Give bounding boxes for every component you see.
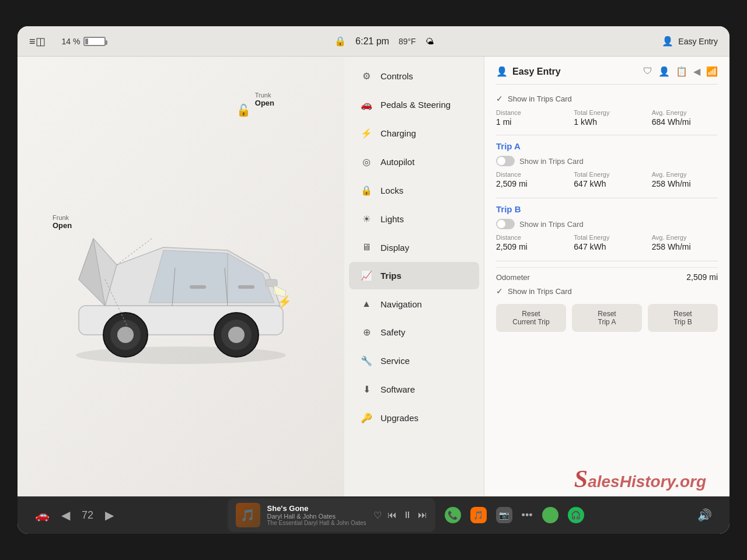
current-trip-stats: Distance 1 mi Total Energy 1 kWh Avg. En…	[496, 109, 718, 127]
current-avg-label: Avg. Energy	[652, 109, 718, 116]
lights-label: Lights	[381, 214, 404, 224]
checkmark-current: ✓	[496, 94, 503, 103]
autopilot-icon: ◎	[361, 156, 372, 167]
trunk-title: Trunk	[255, 92, 274, 99]
trip-b-avg-label: Avg. Energy	[652, 234, 718, 241]
trip-a-energy-value: 647 kWh	[574, 179, 640, 188]
battery-bar	[83, 37, 106, 46]
safety-label: Safety	[381, 327, 406, 337]
icon-3[interactable]: 📋	[676, 66, 687, 77]
taskbar: 🚗 ◀ 72 ▶ 🎵 She's Gone Daryl Hall & John …	[18, 496, 729, 534]
current-distance-value: 1 mi	[496, 117, 562, 127]
trip-a-energy: Total Energy 647 kWh	[574, 171, 640, 188]
trip-b-stats: Distance 2,509 mi Total Energy 647 kWh A…	[496, 234, 718, 251]
trip-b-show-label: Show in Trips Card	[519, 220, 584, 229]
software-label: Software	[381, 384, 415, 394]
current-avg: Avg. Energy 684 Wh/mi	[652, 109, 718, 127]
song-album: The Essential Daryl Hall & John Oates	[267, 520, 366, 526]
camera-icon[interactable]: 📷	[496, 507, 512, 523]
trip-a-avg: Avg. Energy 258 Wh/mi	[652, 171, 718, 188]
more-icon[interactable]: •••	[522, 509, 533, 522]
reset-buttons: ResetCurrent Trip ResetTrip A ResetTrip …	[496, 304, 718, 332]
pedals-label: Pedals & Steering	[381, 100, 451, 110]
trip-a-section: Trip A Show in Trips Card Distance 2,509…	[496, 141, 718, 188]
audio-icon[interactable]: 🎵	[470, 507, 487, 523]
autopilot-label: Autopilot	[381, 157, 414, 167]
trip-a-stats: Distance 2,509 mi Total Energy 647 kWh A…	[496, 171, 718, 188]
battery-fill	[85, 38, 88, 44]
current-distance: Distance 1 mi	[496, 109, 562, 127]
lights-icon: ☀	[361, 214, 372, 225]
hamburger-icon[interactable]: ≡◫	[29, 35, 46, 48]
lock-icon: 🔒	[334, 36, 346, 47]
menu-item-locks[interactable]: 🔒 Locks	[349, 177, 479, 204]
car-image-area: Trunk Open 🔓	[18, 57, 344, 496]
menu-item-pedals[interactable]: 🚗 Pedals & Steering	[349, 91, 479, 118]
separator-3	[496, 261, 718, 261]
phone-icon[interactable]: 📞	[445, 507, 461, 523]
music-controls: ♡ ⏮ ⏸ ⏭	[374, 510, 427, 521]
easy-entry-header[interactable]: Easy Entry	[678, 37, 718, 46]
menu-item-trips[interactable]: 📈 Trips	[349, 262, 479, 289]
menu-item-charging[interactable]: ⚡ Charging	[349, 120, 479, 147]
trip-b-distance: Distance 2,509 mi	[496, 234, 562, 251]
detail-panel: 👤 Easy Entry 🛡 👤 📋 ◀ 📶 ✓ Show in Trips C…	[484, 57, 729, 496]
next-button[interactable]: ⏭	[418, 510, 427, 520]
service-icon: 🔧	[361, 355, 372, 366]
interior-temp: 72	[82, 509, 93, 522]
svg-point-4	[117, 327, 134, 343]
display-icon: 🖥	[361, 242, 372, 253]
show-trips-checkbox-current[interactable]: ✓ Show in Trips Card	[496, 94, 718, 103]
menu-item-controls[interactable]: ⚙ Controls	[349, 62, 479, 90]
odometer-show-trips-row[interactable]: ✓ Show in Trips Card	[496, 286, 718, 296]
svg-point-7	[228, 327, 245, 343]
car-icon[interactable]: 🚗	[35, 508, 50, 522]
reset-current-trip-button[interactable]: ResetCurrent Trip	[496, 304, 566, 332]
icon-4[interactable]: ◀	[693, 66, 700, 77]
icon-5[interactable]: 📶	[706, 66, 718, 77]
reset-trip-b-button[interactable]: ResetTrip B	[648, 304, 718, 332]
app-icon-green[interactable]	[542, 507, 558, 523]
weather-icon: 🌤	[425, 37, 434, 46]
main-content: Trunk Open 🔓	[18, 57, 729, 496]
prev-button[interactable]: ⏮	[388, 510, 397, 520]
display-label: Display	[381, 243, 409, 253]
car-panel: Trunk Open 🔓	[18, 57, 344, 496]
menu-panel: ⚙ Controls 🚗 Pedals & Steering ⚡ Chargin…	[344, 57, 484, 496]
battery-percentage: 14 %	[62, 37, 81, 46]
trip-b-energy-value: 647 kWh	[574, 242, 640, 251]
trip-b-section: Trip B Show in Trips Card Distance 2,509…	[496, 204, 718, 251]
menu-item-safety[interactable]: ⊕ Safety	[349, 318, 479, 346]
music-player: 🎵 She's Gone Daryl Hall & John Oates The…	[228, 498, 435, 532]
menu-item-navigation[interactable]: ▲ Navigation	[349, 290, 479, 317]
trip-a-avg-value: 258 Wh/mi	[652, 179, 718, 188]
current-time: 6:21 pm	[355, 36, 389, 47]
trip-a-distance-label: Distance	[496, 171, 562, 178]
charging-icon: ⚡	[361, 128, 372, 139]
menu-item-service[interactable]: 🔧 Service	[349, 347, 479, 374]
volume-icon[interactable]: 🔊	[697, 508, 712, 522]
menu-item-software[interactable]: ⬇ Software	[349, 376, 479, 403]
trip-a-toggle[interactable]	[496, 156, 515, 166]
charge-indicator: ⚡	[277, 295, 292, 309]
menu-item-lights[interactable]: ☀ Lights	[349, 205, 479, 233]
battery-area: 14 %	[62, 37, 106, 46]
frunk-title: Frunk	[53, 214, 72, 221]
svg-rect-12	[266, 279, 277, 286]
menu-item-display[interactable]: 🖥 Display	[349, 234, 479, 261]
forward-arrow[interactable]: ▶	[105, 508, 114, 522]
menu-item-autopilot[interactable]: ◎ Autopilot	[349, 148, 479, 176]
current-avg-value: 684 Wh/mi	[652, 117, 718, 127]
back-arrow[interactable]: ◀	[61, 508, 70, 522]
service-label: Service	[381, 356, 410, 366]
checkmark-odometer: ✓	[496, 286, 503, 296]
heart-button[interactable]: ♡	[374, 510, 382, 521]
play-pause-button[interactable]: ⏸	[403, 510, 412, 520]
icon-1[interactable]: 🛡	[643, 66, 652, 77]
icon-2[interactable]: 👤	[658, 66, 670, 77]
reset-trip-a-button[interactable]: ResetTrip A	[572, 304, 642, 332]
spotify-icon[interactable]: 🎧	[568, 507, 584, 523]
trip-b-toggle[interactable]	[496, 219, 515, 229]
trip-b-avg: Avg. Energy 258 Wh/mi	[652, 234, 718, 251]
menu-item-upgrades[interactable]: 🔑 Upgrades	[349, 404, 479, 432]
